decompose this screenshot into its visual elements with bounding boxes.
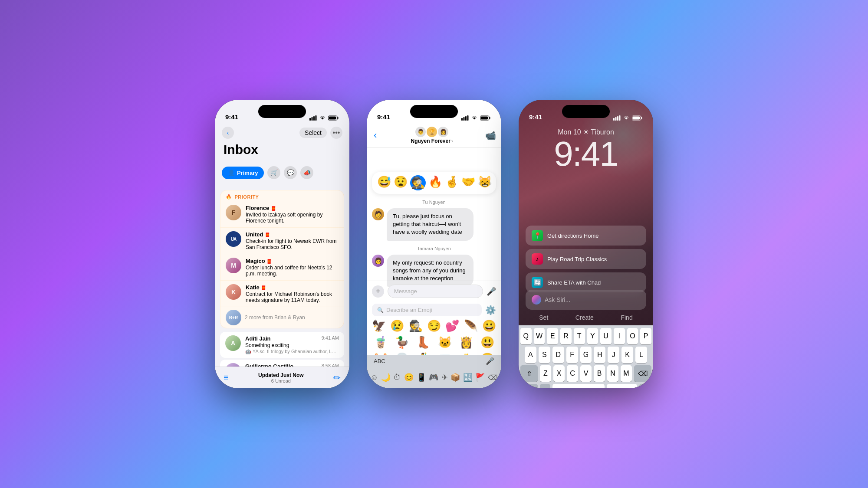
mail-item-magico[interactable]: M Magico 🧧 Order lunch and coffee for Ne… [220,254,344,281]
emoji-cell[interactable]: 🐱 [437,334,453,350]
emoji-react-7[interactable]: 😸 [478,175,492,190]
emoji-cell[interactable]: 😃 [480,334,495,350]
emoji-cell[interactable]: 🕵️ [408,318,424,334]
emoji-cell[interactable]: 👸 [458,334,474,350]
svg-rect-5 [338,117,339,119]
emoji-symbols-tab[interactable]: 🔣 [463,373,473,382]
suggestion-directions[interactable]: 📍 Get directions Home [526,226,646,246]
key-R[interactable]: R [560,328,572,344]
emoji-face-tab[interactable]: 😊 [404,373,414,382]
key-H[interactable]: H [594,347,605,363]
emoji-objects-tab[interactable]: 📦 [450,373,460,382]
svg-rect-0 [309,118,311,121]
emoji-cell[interactable]: 👢 [415,334,431,350]
key-G[interactable]: G [580,347,592,363]
space-key[interactable]: space [552,384,605,388]
more-button[interactable]: ••• [330,127,342,139]
mail-item-guillermo[interactable]: G Guillermo Castillo 8:58 AM Check-in 🤖 … [220,360,344,367]
key-O[interactable]: O [627,328,638,344]
mail-item-aditi[interactable]: A Aditi Jain 9:41 AM Something exciting … [220,332,344,358]
emoji-flags-tab[interactable]: 🚩 [475,373,485,382]
emoji-activity-tab[interactable]: 🎮 [429,373,438,382]
key-K[interactable]: K [621,347,633,363]
emoji-react-1[interactable]: 😅 [377,175,391,190]
key-E[interactable]: E [547,328,558,344]
compose-icon[interactable]: ✏ [333,373,341,383]
mic-button[interactable]: 🎤 [487,287,496,296]
key-U[interactable]: U [600,328,612,344]
tab-primary[interactable]: 👤 Primary [222,167,264,179]
siri-input[interactable]: Ask Siri... [526,290,646,310]
emoji-react-5[interactable]: 🤞 [445,175,459,190]
emoji-cell[interactable]: 😏 [426,318,442,334]
key-X[interactable]: X [553,365,565,382]
emoji-cell[interactable]: 🦆 [394,334,410,350]
emoji-travel-tab[interactable]: ✈ [441,373,448,382]
group-name[interactable]: Nguyen Forever › [411,138,453,144]
key-P[interactable]: P [640,328,651,344]
key-T[interactable]: T [574,328,585,344]
back-button-msg[interactable]: ‹ [372,128,378,143]
svg-rect-6 [329,117,336,120]
emoji-nature-tab[interactable]: 🌙 [381,373,391,382]
emoji-cell[interactable]: 🧋 [373,334,388,350]
mail-item-united[interactable]: UA United 🧧 Check-in for flight to Newar… [220,228,344,254]
emoji-cell[interactable]: 😢 [389,318,405,334]
key-Q[interactable]: Q [520,328,532,344]
status-time-2: 9:41 [377,113,390,121]
shift-key[interactable]: ⇧ [520,365,538,382]
key-V[interactable]: V [580,365,592,382]
key-C[interactable]: C [567,365,578,382]
mail-item-florence[interactable]: F Florence 🧧 Invited to izakaya soft ope… [220,201,344,228]
mic-key[interactable]: 🎤 [639,384,650,388]
emoji-phone-tab[interactable]: 📱 [417,373,426,382]
siri-set-action[interactable]: Set [539,314,548,321]
emoji-cell[interactable]: 💕 [444,318,460,334]
emoji-key[interactable]: 🙂 [540,384,550,388]
mic-icon[interactable]: 🎤 [486,357,494,365]
svg-rect-9 [465,116,467,121]
key-F[interactable]: F [566,347,578,363]
delete-key[interactable]: ⌫ [634,365,651,382]
siri-find-action[interactable]: Find [621,314,632,321]
key-W[interactable]: W [534,328,545,344]
tab-messages[interactable]: 💬 [284,166,297,179]
key-J[interactable]: J [608,347,619,363]
siri-create-action[interactable]: Create [575,314,594,321]
key-N[interactable]: N [607,365,618,382]
emoji-react-4[interactable]: 🔥 [428,175,442,190]
emoji-cell[interactable]: 🦅 [371,318,387,334]
emoji-react-6[interactable]: 🤝 [461,175,475,190]
emoji-time-tab[interactable]: ⏱ [393,373,401,382]
video-call-button[interactable]: 📹 [485,130,496,141]
emoji-react-2[interactable]: 😧 [394,175,408,190]
key-Y[interactable]: Y [587,328,598,344]
tab-promo[interactable]: 📣 [300,166,313,179]
emoji-react-3[interactable]: 🕵️ [410,175,426,190]
mail-item-katie[interactable]: K Katie 🧧 Contract for Michael Robinson'… [220,281,344,307]
key-S[interactable]: S [539,347,550,363]
key-B[interactable]: B [594,365,605,382]
suggestion-music[interactable]: ♪ Play Road Trip Classics [526,249,646,269]
emoji-settings-button[interactable]: ⚙️ [485,305,496,315]
key-D[interactable]: D [552,347,564,363]
num-key[interactable]: 123 [522,384,538,388]
emoji-cell[interactable]: 🪶 [463,318,479,334]
key-A[interactable]: A [525,347,536,363]
message-input[interactable]: Message [388,285,483,298]
key-L[interactable]: L [635,347,647,363]
emoji-cell[interactable]: 😀 [481,318,497,334]
back-button[interactable]: ‹ [222,127,234,139]
key-I[interactable]: I [614,328,625,344]
emoji-reactions-bar: 😅 😧 🕵️ 🔥 🤞 🤝 😸 [372,172,496,194]
emoji-delete-button[interactable]: ⌫ [488,373,498,382]
tab-shopping[interactable]: 🛒 [267,166,280,179]
select-button[interactable]: Select [299,128,327,138]
key-M[interactable]: M [621,365,632,382]
emoji-search-input[interactable]: 🔍 Describe an Emoji [372,304,482,316]
key-Z[interactable]: Z [540,365,551,382]
more-senders[interactable]: B+R 2 more from Brian & Ryan [220,307,344,328]
add-attachment-button[interactable]: + [372,285,384,298]
return-key[interactable]: return [607,384,637,388]
emoji-smiley-tab[interactable]: ☺ [370,373,378,382]
